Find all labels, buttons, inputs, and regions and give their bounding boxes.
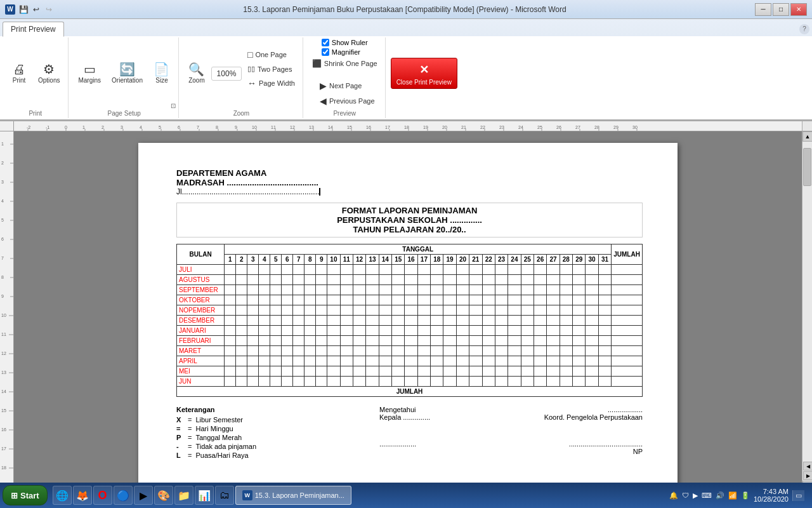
svg-text:6: 6 [178, 125, 180, 130]
minimize-btn[interactable]: ─ [755, 3, 771, 16]
zoom-button[interactable]: 🔍 Zoom [184, 60, 209, 86]
data-cell [247, 285, 259, 295]
vscroll-prev-page[interactable]: ◀ [803, 462, 812, 471]
taskbar-paint[interactable]: 🎨 [154, 486, 173, 505]
data-cell [392, 285, 405, 295]
show-ruler-checkbox-label[interactable]: Show Ruler [322, 39, 368, 46]
scroll-content[interactable]: DEPARTEMEN AGAMA MADRASAH ..............… [14, 131, 802, 491]
show-desktop-btn[interactable]: ▭ [792, 490, 804, 501]
print-button[interactable]: 🖨 Print [6, 60, 32, 86]
ribbon-group-close: Close Print Preview [387, 37, 461, 118]
data-cell [225, 265, 236, 275]
table-row: APRIL [177, 356, 643, 366]
options-button[interactable]: ⚙ Options [34, 60, 64, 86]
table-row: JANUARI [177, 326, 643, 336]
word-app-icon: W [242, 490, 252, 500]
data-cell [469, 285, 482, 295]
month-cell-nopember: NOPEMBER [177, 305, 225, 316]
legend-desc: Tidak ada pinjaman [195, 443, 256, 450]
data-cell [456, 346, 469, 356]
magnifier-checkbox-label[interactable]: Magnifier [322, 48, 368, 56]
save-quick-btn[interactable]: 💾 [18, 4, 29, 15]
cursor [319, 188, 320, 196]
col-header-jumlah: JUMLAH [612, 244, 643, 265]
data-cell [495, 316, 508, 326]
magnifier-checkbox[interactable] [322, 48, 329, 56]
start-button[interactable]: ⊞ Start [3, 485, 48, 505]
data-cell [405, 275, 417, 285]
data-cell [225, 305, 236, 316]
close-btn[interactable]: ✕ [790, 3, 807, 16]
taskbar-ie[interactable]: 🌐 [53, 486, 72, 505]
date-header-9: 9 [316, 255, 327, 265]
svg-text:8: 8 [1, 275, 4, 279]
close-print-preview-button[interactable]: Close Print Preview [391, 58, 457, 89]
table-row: MARET [177, 346, 643, 356]
data-cell [259, 295, 270, 305]
two-pages-button[interactable]: ▯▯ Two Pages [244, 63, 299, 75]
svg-text:30: 30 [632, 125, 638, 130]
prev-page-button[interactable]: ◀ Previous Page [316, 94, 379, 108]
margins-button[interactable]: ▭ Margins [74, 60, 105, 86]
date-header-25: 25 [521, 255, 534, 265]
month-cell-oktober: OKTOBER [177, 295, 225, 305]
sign-dots2: ...................................... [516, 440, 643, 448]
page-width-button[interactable]: ↔ Page Width [244, 76, 299, 90]
vscroll-thumb[interactable] [803, 148, 811, 186]
size-button[interactable]: 📄 Size [149, 60, 174, 86]
taskbar-media[interactable]: ▶ [134, 486, 153, 505]
ribbon-tabs: Print Preview ? [0, 19, 812, 36]
vscroll-up-btn[interactable]: ▲ [802, 131, 812, 142]
taskbar-chrome[interactable]: 🔵 [114, 486, 133, 505]
legend-item: - = Tidak ada pinjaman [176, 443, 379, 450]
taskbar-folder[interactable]: 📁 [174, 486, 193, 505]
taskbar-files[interactable]: 🗂 [215, 486, 234, 505]
close-group-content: Close Print Preview [391, 39, 457, 117]
data-cell [573, 265, 586, 275]
next-page-button[interactable]: ▶ Next Page [316, 79, 379, 93]
vscroll-next-page[interactable]: ▶ [803, 471, 812, 480]
show-ruler-checkbox[interactable] [322, 39, 329, 46]
v-ruler: 1 2 3 4 5 6 7 8 9 10 11 12 13 14 15 16 1 [0, 131, 14, 491]
svg-text:23: 23 [499, 125, 504, 130]
data-cell [573, 316, 586, 326]
window-controls: ─ □ ✕ [755, 3, 807, 16]
taskbar-opera[interactable]: O [93, 486, 112, 505]
data-cell [225, 275, 236, 285]
data-cell [270, 346, 282, 356]
taskbar-excel[interactable]: 📊 [195, 486, 214, 505]
jumlah-cell [612, 366, 643, 377]
header-line1: DEPARTEMEN AGAMA [176, 168, 643, 178]
help-icon[interactable]: ? [799, 24, 809, 34]
undo-quick-btn[interactable]: ↩ [30, 4, 42, 15]
data-cell [598, 295, 611, 305]
data-cell [586, 356, 598, 366]
date-header-16: 16 [405, 255, 417, 265]
taskbar-word-app[interactable]: W 15.3. Laporan Peminjaman... [235, 486, 351, 505]
data-cell [443, 275, 456, 285]
data-cell [405, 265, 417, 275]
pagesetup-expander[interactable]: ⊡ [171, 102, 176, 109]
data-cell [379, 377, 391, 387]
data-cell [431, 326, 443, 336]
taskbar-browser2[interactable]: 🦊 [73, 486, 92, 505]
data-cell [521, 295, 534, 305]
redo-quick-btn[interactable]: ↪ [43, 4, 55, 15]
data-cell [456, 305, 469, 316]
date-header-23: 23 [495, 255, 508, 265]
systray: 🔔 🛡 ▶ ⌨ 🔊 📶 🔋 7:43 AM 10/28/2020 ▭ [664, 488, 809, 503]
data-cell [482, 275, 495, 285]
data-cell [586, 285, 598, 295]
zoom-display[interactable]: 100% [211, 67, 242, 81]
orientation-button[interactable]: 🔄 Orientation [107, 60, 147, 86]
one-page-button[interactable]: □ One Page [244, 48, 299, 62]
maximize-btn[interactable]: □ [773, 3, 789, 16]
title-line3: TAHUN PELAJARAN 20../20.. [177, 225, 642, 234]
shrink-one-page-button[interactable]: ⬛ Shrink One Page [308, 57, 381, 70]
data-cell [293, 377, 304, 387]
data-cell [304, 275, 316, 285]
data-cell [534, 265, 546, 275]
tab-print-preview[interactable]: Print Preview [3, 22, 64, 37]
date-header-11: 11 [340, 255, 353, 265]
data-cell [259, 265, 270, 275]
